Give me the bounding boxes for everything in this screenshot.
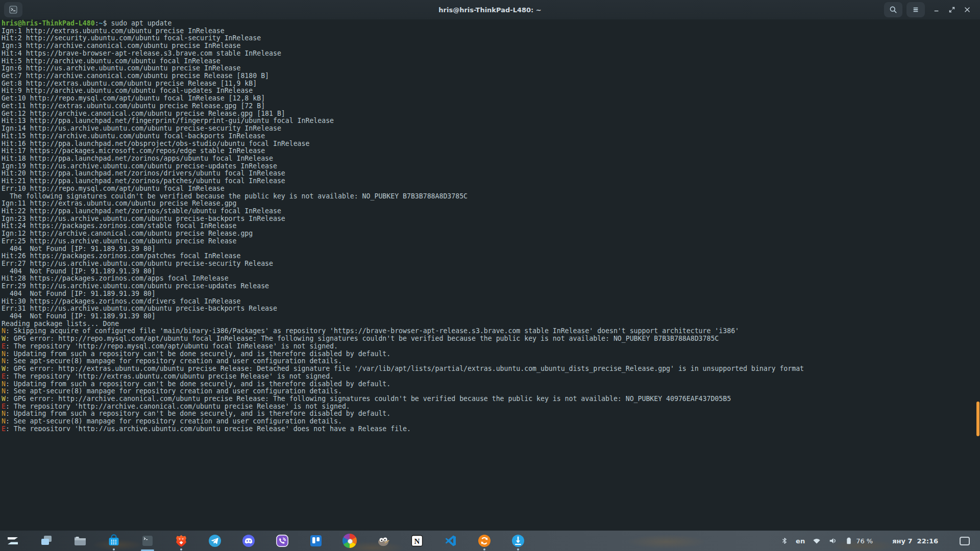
terminal-line: Err:29 http://us.archive.ubuntu.com/ubun…: [2, 283, 980, 290]
titlebar-controls: [884, 2, 975, 17]
minimize-button[interactable]: [929, 2, 944, 17]
terminal-line: W: GPG error: http://extras.ubuntu.com/u…: [2, 365, 980, 373]
taskbar-app-download-manager[interactable]: [510, 533, 526, 548]
terminal-body[interactable]: hris@hris-ThinkPad-L480:~$ sudo apt upda…: [0, 19, 980, 531]
taskbar-app-brave-browser[interactable]: [174, 533, 189, 548]
terminal-line: Hit:5 http://archive.ubuntu.com/ubuntu f…: [2, 58, 980, 65]
terminal-line: Hit:16 http://ppa.launchpad.net/obsproje…: [2, 140, 980, 148]
taskbar: N en 76 % яну 7 22:16: [0, 531, 980, 551]
wifi-icon[interactable]: [812, 536, 821, 545]
search-icon: [889, 5, 898, 14]
desktop: hris@hris-ThinkPad-L480: ~: [0, 0, 980, 551]
terminal-line: Ign:23 http://us.archive.ubuntu.com/ubun…: [2, 215, 980, 223]
taskbar-app-photos-pinwheel[interactable]: [342, 533, 357, 548]
terminal-line: E: The repository 'http://archive.canoni…: [2, 403, 980, 411]
terminal-line: Err:27 http://us.archive.ubuntu.com/ubun…: [2, 260, 980, 268]
restore-button[interactable]: [944, 2, 960, 17]
trello-icon: [309, 534, 323, 548]
terminal-line: N: See apt-secure(8) manpage for reposit…: [2, 358, 980, 365]
close-button[interactable]: [960, 2, 975, 17]
taskbar-app-zorin-menu[interactable]: [5, 533, 20, 548]
keyboard-layout-indicator[interactable]: en: [796, 537, 805, 545]
running-indicator-dot: [483, 548, 485, 550]
scrollbar-thumb[interactable]: [976, 402, 979, 436]
terminal-line: The following signatures couldn't be ver…: [2, 193, 980, 201]
menu-button[interactable]: [906, 2, 925, 17]
terminal-line: E: The repository 'http://us.archive.ubu…: [2, 425, 980, 431]
taskbar-app-telegram[interactable]: [207, 533, 223, 548]
photos-pinwheel-icon: [342, 534, 357, 548]
terminal-line: 404 Not Found [IP: 91.189.91.39 80]: [2, 245, 980, 253]
terminal-line: Get:10 http://repo.mysql.com/apt/ubuntu …: [2, 95, 980, 103]
terminal-line: 404 Not Found [IP: 91.189.91.39 80]: [2, 290, 980, 298]
terminal-line: Err:25 http://us.archive.ubuntu.com/ubun…: [2, 238, 980, 245]
terminal-line: N: See apt-secure(8) manpage for reposit…: [2, 418, 980, 425]
terminal-line: Hit:21 http://ppa.launchpad.net/zorinos/…: [2, 178, 980, 185]
terminal-line: Hit:20 http://ppa.launchpad.net/zorinos/…: [2, 170, 980, 178]
window-title: hris@hris-ThinkPad-L480: ~: [0, 6, 980, 14]
terminal-line: E: The repository 'http://extras.ubuntu.…: [2, 373, 980, 381]
terminal-line: Hit:2 http://security.ubuntu.com/ubuntu …: [2, 35, 980, 42]
taskbar-app-gimp[interactable]: [376, 533, 391, 548]
system-tray: en 76 % яну 7 22:16: [780, 536, 980, 545]
volume-icon[interactable]: [828, 536, 838, 545]
show-desktop-button[interactable]: [960, 537, 970, 545]
taskbar-app-vscode[interactable]: [443, 533, 458, 548]
search-button[interactable]: [884, 2, 902, 17]
svg-text:N: N: [414, 537, 420, 545]
terminal-line: Err:10 http://repo.mysql.com/apt/ubuntu …: [2, 185, 980, 193]
workspaces-icon: [39, 534, 54, 548]
taskbar-app-discord[interactable]: [241, 533, 256, 548]
terminal-line: N: See apt-secure(8) manpage for reposit…: [2, 388, 980, 395]
taskbar-app-notion[interactable]: N: [409, 533, 425, 548]
discord-icon: [241, 534, 256, 548]
notion-icon: N: [410, 534, 424, 548]
terminal-app-icon: [8, 5, 18, 15]
terminal-line: Get:11 http://extras.ubuntu.com/ubuntu p…: [2, 103, 980, 110]
taskbar-app-software-updater[interactable]: [477, 533, 492, 548]
zorin-menu-icon: [6, 534, 20, 548]
clock[interactable]: яну 7 22:16: [892, 537, 938, 545]
restore-icon: [947, 5, 957, 14]
terminal-line: Hit:15 http://archive.ubuntu.com/ubuntu …: [2, 133, 980, 140]
taskbar-apps: N: [0, 533, 526, 548]
terminal-line: Hit:13 http://ppa.launchpad.net/fingerpr…: [2, 117, 980, 125]
taskbar-app-viber[interactable]: [275, 533, 290, 548]
terminal-app-button[interactable]: [4, 2, 22, 17]
taskbar-app-terminal[interactable]: [140, 533, 155, 548]
terminal-line: Hit:22 http://ppa.launchpad.net/zorinos/…: [2, 208, 980, 215]
terminal-line: Hit:9 http://archive.ubuntu.com/ubuntu f…: [2, 87, 980, 95]
taskbar-app-software-store[interactable]: [106, 533, 121, 548]
terminal-line: Ign:11 http://extras.ubuntu.com/ubuntu p…: [2, 200, 980, 208]
viber-icon: [275, 534, 289, 548]
vscode-icon: [444, 534, 458, 548]
terminal-line: Get:12 http://archive.canonical.com/ubun…: [2, 110, 980, 118]
terminal-line: Ign:19 http://us.archive.ubuntu.com/ubun…: [2, 163, 980, 170]
running-indicator-dot: [113, 548, 115, 550]
terminal-line: Hit:4 https://brave-browser-apt-release.…: [2, 50, 980, 58]
taskbar-app-workspaces[interactable]: [39, 533, 54, 548]
battery-icon[interactable]: [845, 536, 853, 545]
bluetooth-icon[interactable]: [780, 536, 789, 545]
terminal-line: Hit:26 https://packages.zorinos.com/patc…: [2, 253, 980, 260]
terminal-line: hris@hris-ThinkPad-L480:~$ sudo apt upda…: [2, 20, 980, 28]
taskbar-app-trello[interactable]: [308, 533, 324, 548]
terminal-line: 404 Not Found [IP: 91.189.91.39 80]: [2, 313, 980, 320]
running-indicator-dot: [180, 548, 182, 550]
terminal-line: N: Updating from such a repository can't…: [2, 410, 980, 418]
brave-browser-icon: [174, 534, 188, 548]
terminal-line: W: GPG error: http://archive.canonical.c…: [2, 395, 980, 403]
download-manager-icon: [511, 534, 525, 548]
terminal-line: Ign:12 http://archive.canonical.com/ubun…: [2, 230, 980, 238]
terminal-line: Ign:14 http://us.archive.ubuntu.com/ubun…: [2, 125, 980, 133]
gimp-icon: [376, 534, 390, 548]
battery-percent[interactable]: 76 %: [856, 537, 873, 545]
terminal-output: hris@hris-ThinkPad-L480:~$ sudo apt upda…: [0, 19, 980, 431]
terminal-line: 404 Not Found [IP: 91.189.91.39 80]: [2, 268, 980, 276]
terminal-line: Hit:30 https://packages.zorinos.com/driv…: [2, 298, 980, 306]
taskbar-app-file-manager[interactable]: [72, 533, 88, 548]
terminal-line: Hit:18 http://ppa.launchpad.net/zorinos/…: [2, 155, 980, 163]
terminal-icon: [140, 534, 155, 548]
terminal-line: N: Skipping acquire of configured file '…: [2, 328, 980, 335]
software-store-icon: [107, 534, 121, 548]
